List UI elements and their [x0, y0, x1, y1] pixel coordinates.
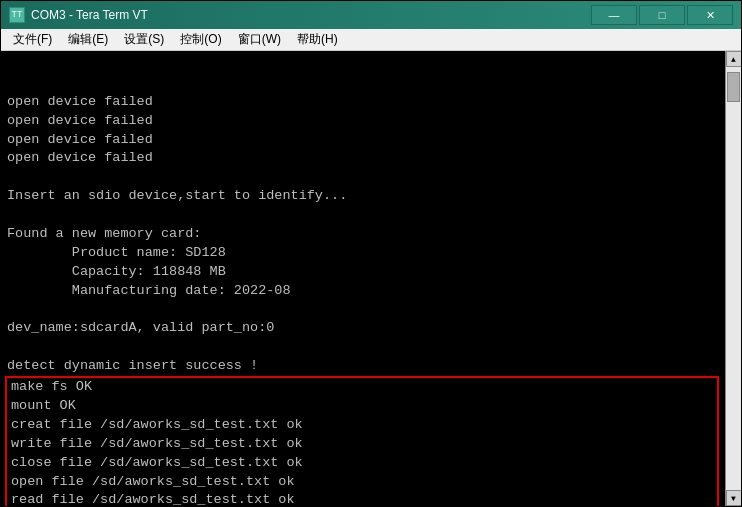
menu-item-s[interactable]: 设置(S)	[116, 29, 172, 50]
terminal-line	[7, 301, 719, 320]
terminal-boxed-line: creat file /sd/aworks_sd_test.txt ok	[11, 416, 713, 435]
terminal-line	[7, 206, 719, 225]
terminal-wrapper: open device failed open device failed op…	[1, 51, 741, 506]
app-icon: TT	[9, 7, 25, 23]
terminal-boxed-line: mount OK	[11, 397, 713, 416]
menu-bar: 文件(F)编辑(E)设置(S)控制(O)窗口(W)帮助(H)	[1, 29, 741, 51]
menu-item-w[interactable]: 窗口(W)	[230, 29, 289, 50]
terminal-line: Found a new memory card:	[7, 225, 719, 244]
terminal-boxed-line: make fs OK	[11, 378, 713, 397]
scroll-thumb[interactable]	[727, 72, 740, 102]
terminal-line	[7, 338, 719, 357]
minimize-button[interactable]: —	[591, 5, 637, 25]
terminal-line: open device failed	[7, 149, 719, 168]
menu-item-e[interactable]: 编辑(E)	[60, 29, 116, 50]
scroll-down-button[interactable]: ▼	[726, 490, 742, 506]
scroll-track[interactable]	[726, 67, 741, 490]
terminal-boxed-line: open file /sd/aworks_sd_test.txt ok	[11, 473, 713, 492]
scrollbar[interactable]: ▲ ▼	[725, 51, 741, 506]
terminal-boxed-line: write file /sd/aworks_sd_test.txt ok	[11, 435, 713, 454]
terminal-line: open device failed	[7, 112, 719, 131]
main-window: TT COM3 - Tera Term VT — □ ✕ 文件(F)编辑(E)设…	[0, 0, 742, 507]
scroll-up-button[interactable]: ▲	[726, 51, 742, 67]
title-bar: TT COM3 - Tera Term VT — □ ✕	[1, 1, 741, 29]
terminal-line: Product name: SD128	[7, 244, 719, 263]
window-controls: — □ ✕	[591, 5, 733, 25]
terminal-line: Manufacturing date: 2022-08	[7, 282, 719, 301]
terminal-boxed-line: read file /sd/aworks_sd_test.txt ok	[11, 491, 713, 506]
terminal-line: dev_name:sdcardA, valid part_no:0	[7, 319, 719, 338]
window-title: COM3 - Tera Term VT	[31, 8, 591, 22]
terminal-line: detect dynamic insert success !	[7, 357, 719, 376]
terminal-line: Capacity: 118848 MB	[7, 263, 719, 282]
red-bordered-output: make fs OKmount OKcreat file /sd/aworks_…	[5, 376, 719, 506]
terminal-output[interactable]: open device failed open device failed op…	[1, 51, 725, 506]
terminal-boxed-line: close file /sd/aworks_sd_test.txt ok	[11, 454, 713, 473]
menu-item-o[interactable]: 控制(O)	[172, 29, 229, 50]
terminal-line	[7, 168, 719, 187]
terminal-line: Insert an sdio device,start to identify.…	[7, 187, 719, 206]
maximize-button[interactable]: □	[639, 5, 685, 25]
close-button[interactable]: ✕	[687, 5, 733, 25]
menu-item-f[interactable]: 文件(F)	[5, 29, 60, 50]
terminal-line: open device failed	[7, 131, 719, 150]
menu-item-h[interactable]: 帮助(H)	[289, 29, 346, 50]
terminal-line: open device failed	[7, 93, 719, 112]
